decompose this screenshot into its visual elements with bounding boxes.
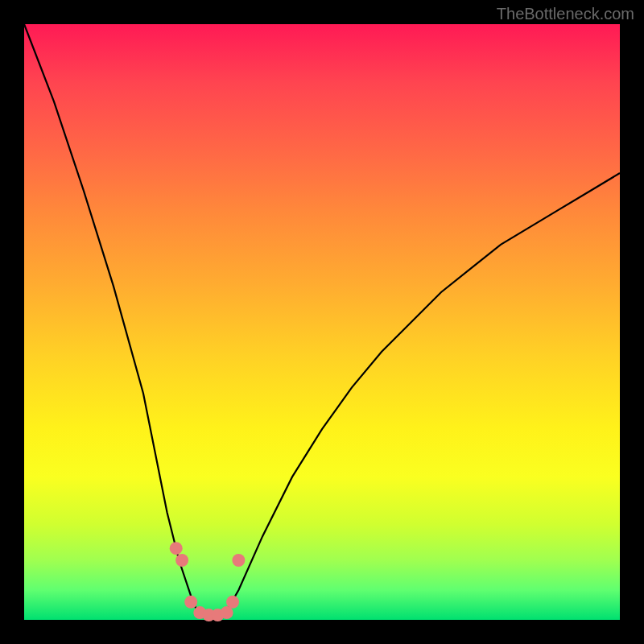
- chart-svg: [24, 24, 620, 620]
- bottleneck-curve: [24, 24, 620, 619]
- marker-dot: [175, 554, 188, 567]
- chart-container: TheBottleneck.com: [0, 0, 644, 644]
- marker-dot: [170, 542, 183, 555]
- plot-area: [24, 24, 620, 620]
- marker-dot: [226, 596, 239, 609]
- marker-dot: [184, 596, 197, 609]
- marker-dots: [170, 542, 246, 621]
- watermark-text: TheBottleneck.com: [497, 5, 634, 23]
- marker-dot: [232, 554, 245, 567]
